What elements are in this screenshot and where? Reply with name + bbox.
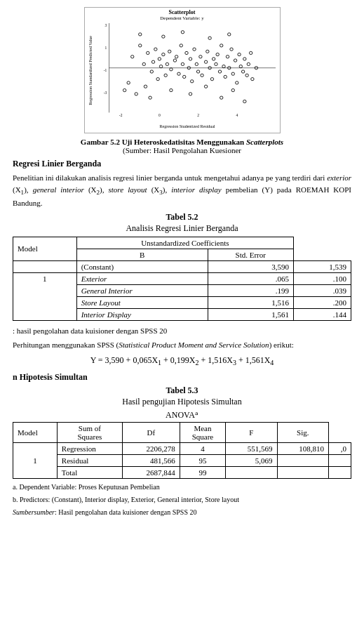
svg-point-31 [184,51,187,54]
table53-r1-ss: 2206,278 [123,443,180,455]
svg-point-80 [208,37,210,39]
table53-r1-f: 108,810 [277,443,328,455]
svg-point-72 [189,93,191,95]
table-row: Total 2687,844 99 [13,467,351,479]
table-row: 1 Regression 2206,278 4 551,569 108,810 … [13,443,351,455]
svg-point-47 [218,70,221,73]
table52-row2-b: .065 [208,272,293,284]
svg-point-29 [181,62,184,65]
svg-text:0: 0 [158,113,160,117]
svg-point-57 [237,53,240,55]
svg-point-69 [144,85,147,88]
table53-r2-ms: 5,069 [226,455,277,467]
svg-text:2: 2 [197,113,199,117]
svg-point-35 [192,48,195,51]
table53-r3-sig [328,467,351,479]
table52-title: Tabel 5.2 [13,212,351,223]
figure-caption-text-bold: Gambar 5.2 Uji Heteroskedatisitas Menggu… [81,138,246,146]
svg-point-24 [169,68,172,71]
svg-point-46 [215,53,218,55]
footnote-b: b. Predictors: (Constant), Interior disp… [13,494,351,505]
svg-point-39 [200,74,203,77]
svg-point-11 [138,44,141,47]
svg-point-70 [148,96,151,99]
svg-text:4: 4 [236,113,238,117]
table52-row5-b: 1,561 [208,308,293,320]
table52-col-unstd: Unstandardized Coefficients [76,237,293,249]
svg-point-68 [135,93,137,95]
svg-point-62 [247,62,250,65]
svg-point-12 [142,62,145,65]
svg-point-45 [214,62,217,65]
table52-row4-label: Store Layout [76,296,208,308]
svg-text:-3: -3 [103,91,107,95]
table53-r3-f [277,467,328,479]
svg-point-27 [177,72,180,75]
table53-r3-ms [226,467,277,479]
table53-r2-ss: 481,566 [123,455,180,467]
svg-point-75 [231,88,234,91]
svg-point-49 [222,65,224,67]
note1: : hasil pengolahan data kuisioner dengan… [13,325,351,337]
table53-r2-df: 95 [180,455,226,467]
table53-col-ss: Sum ofSquares [57,423,122,443]
svg-point-48 [220,44,222,47]
table53-subtitle: Hasil pengujian Hipotesis Simultan [13,397,351,407]
svg-point-55 [234,59,236,62]
table53-col-df: Df [123,423,180,443]
svg-point-34 [190,80,193,83]
table-row: (Constant) 3,590 1,539 [13,260,351,272]
table52-col-stderr: Std. Error [208,249,293,260]
svg-point-23 [168,50,170,53]
svg-point-16 [154,48,156,51]
table52-row5-label: Interior Display [76,308,208,320]
svg-point-71 [169,88,172,91]
table52-row1-empty [13,260,77,272]
svg-point-40 [204,60,207,63]
svg-point-18 [158,58,161,60]
svg-point-56 [235,81,238,84]
table52-row3-label: General Interior [76,284,208,296]
svg-point-26 [175,55,177,58]
table52-row1-b: 3,590 [208,260,293,272]
svg-point-25 [173,59,176,62]
table52-col-model: Model [13,237,77,260]
svg-point-63 [249,51,252,54]
table-row: Residual 481,566 95 5,069 [13,455,351,467]
svg-point-58 [239,65,242,67]
scatterplot-svg: 3 1 -1 -3 -2 0 2 4 [97,23,276,120]
table52-row2-se: .100 [293,272,351,284]
table52-row3-se: .039 [293,284,351,296]
table52-row2-label: Exterior [76,272,208,284]
svg-point-30 [182,75,185,78]
svg-point-43 [210,77,213,80]
table53-r2-label: Residual [57,455,122,467]
svg-text:-1: -1 [103,68,107,72]
footnote-source: Sumbersumber: Hasil pengolahan data kuis… [13,507,351,517]
table53-col-model: Model [13,423,58,443]
scatterplot-dep-var: Dependent Variable: y [85,15,280,21]
figure-caption-main: Gambar 5.2 Uji Heteroskedatisitas Menggu… [13,138,351,146]
scatterplot-y-label: Regression Standardized Predicted Value [88,36,93,105]
footnote-source-italic: Sumbersumber [13,508,55,516]
svg-point-38 [198,55,201,58]
svg-point-44 [212,58,215,60]
table52-row4-b: 1,516 [208,296,293,308]
table-row: 1 Exterior .065 .100 [13,272,351,284]
section2-heading: n Hipotesis Simultan [13,372,351,383]
svg-point-61 [245,74,248,77]
svg-point-14 [150,70,153,73]
table53-r2-sig [328,455,351,467]
table53-r3-df: 99 [180,467,226,479]
svg-point-15 [151,60,154,63]
svg-text:3: 3 [105,23,107,27]
svg-point-77 [138,33,141,36]
table53-r3-ss: 2687,844 [123,467,180,479]
scatterplot-title: Scatterplot [85,9,280,15]
scatterplot-container: Scatterplot Dependent Variable: y Regres… [13,7,351,133]
table53-r1-ms: 551,569 [226,443,277,455]
table53-title: Tabel 5.3 [13,385,351,396]
svg-point-54 [231,72,234,75]
svg-point-20 [161,53,164,55]
anova-label: ANOVAᵃ [13,410,351,421]
